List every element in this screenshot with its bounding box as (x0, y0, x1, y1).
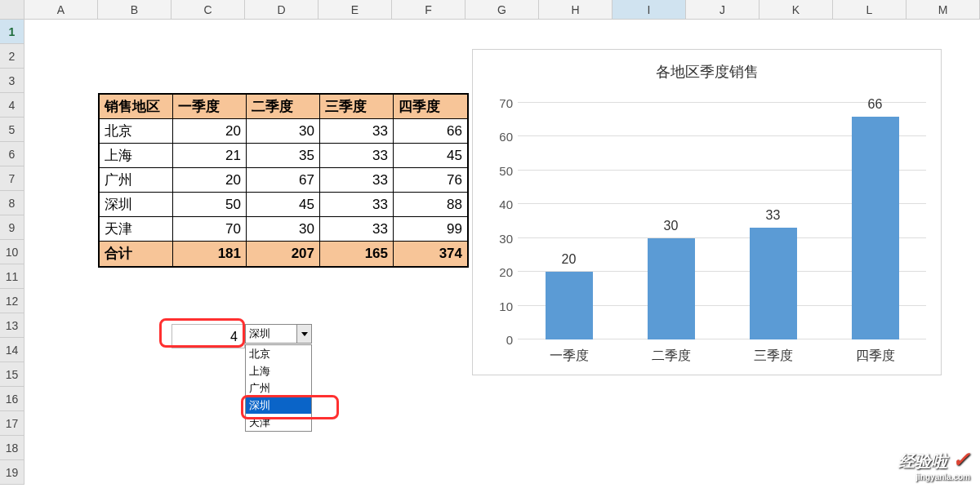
row-header[interactable]: 6 (0, 142, 24, 166)
row-header[interactable]: 1 (0, 20, 24, 44)
table-cell[interactable]: 天津 (100, 217, 173, 242)
col-header-F[interactable]: F (392, 0, 466, 19)
chart-bar[interactable]: 33 (745, 208, 802, 339)
table-cell[interactable]: 99 (394, 217, 467, 242)
table-cell[interactable]: 33 (320, 144, 394, 168)
chart-bar[interactable]: 66 (847, 97, 904, 339)
row-header[interactable]: 9 (0, 215, 24, 240)
table-cell[interactable]: 45 (394, 144, 467, 168)
row-header[interactable]: 14 (0, 338, 24, 362)
row-header[interactable]: 7 (0, 166, 24, 191)
dropdown-option[interactable]: 北京 (246, 345, 311, 362)
table-cell[interactable]: 深圳 (100, 193, 173, 217)
dropdown-option[interactable]: 广州 (246, 379, 311, 397)
header-q3[interactable]: 三季度 (320, 95, 394, 119)
row-header[interactable]: 18 (0, 436, 24, 460)
col-header-D[interactable]: D (245, 0, 318, 19)
col-header-L[interactable]: L (833, 0, 906, 19)
column-headers: A B C D E F G H I J K L M (0, 0, 980, 20)
col-header-K[interactable]: K (760, 0, 833, 19)
row-header[interactable]: 12 (0, 289, 24, 313)
header-region[interactable]: 销售地区 (100, 95, 173, 119)
select-all-corner[interactable] (0, 0, 24, 19)
table-cell[interactable]: 33 (320, 193, 394, 217)
y-axis-tick: 0 (489, 333, 518, 347)
row-header[interactable]: 16 (0, 387, 24, 411)
row-header[interactable]: 17 (0, 411, 24, 436)
table-cell[interactable]: 广州 (100, 168, 173, 193)
table-cell[interactable]: 33 (320, 217, 394, 242)
row-header[interactable]: 15 (0, 362, 24, 387)
x-axis-label: 一季度 (541, 348, 598, 365)
header-q1[interactable]: 一季度 (173, 95, 247, 119)
col-header-I[interactable]: I (612, 0, 686, 19)
col-header-A[interactable]: A (24, 0, 98, 19)
table-cell[interactable]: 88 (394, 193, 467, 217)
y-axis-tick: 30 (489, 231, 518, 245)
table-cell[interactable]: 45 (247, 193, 320, 217)
dropdown-option[interactable]: 上海 (246, 362, 311, 379)
y-axis-tick: 60 (489, 130, 518, 144)
total-cell[interactable]: 374 (394, 242, 467, 266)
table-cell[interactable]: 21 (173, 144, 247, 168)
y-axis-tick: 40 (489, 197, 518, 211)
table-cell[interactable]: 66 (394, 119, 467, 144)
table-cell[interactable]: 50 (173, 193, 247, 217)
row-header[interactable]: 10 (0, 240, 24, 264)
chart-data-label: 20 (562, 252, 577, 267)
sales-bar-chart[interactable]: 各地区季度销售 0 10 20 30 40 50 60 70 20303366 … (472, 49, 942, 375)
col-header-B[interactable]: B (98, 0, 172, 19)
table-cell[interactable]: 70 (173, 217, 247, 242)
col-header-M[interactable]: M (906, 0, 980, 19)
total-cell[interactable]: 207 (247, 242, 320, 266)
check-icon: ✓ (952, 447, 970, 472)
table-cell[interactable]: 上海 (100, 144, 173, 168)
col-header-J[interactable]: J (686, 0, 760, 19)
combobox-dropdown-button[interactable] (296, 325, 311, 343)
watermark: 经验啦 ✓ jingyanla.com (898, 447, 970, 481)
chevron-down-icon (301, 330, 309, 338)
table-cell[interactable]: 76 (394, 168, 467, 193)
y-axis-tick: 10 (489, 299, 518, 313)
total-cell[interactable]: 165 (320, 242, 394, 266)
table-cell[interactable]: 30 (247, 119, 320, 144)
row-header[interactable]: 11 (0, 264, 24, 289)
header-q4[interactable]: 四季度 (394, 95, 467, 119)
highlight-annotation (159, 318, 245, 348)
chart-data-label: 66 (868, 97, 883, 112)
row-header[interactable]: 8 (0, 191, 24, 215)
region-combobox[interactable]: 深圳 (245, 324, 312, 344)
col-header-G[interactable]: G (466, 0, 539, 19)
row-header[interactable]: 19 (0, 460, 24, 485)
table-cell[interactable]: 30 (247, 217, 320, 242)
chart-data-label: 30 (664, 219, 679, 233)
row-header[interactable]: 13 (0, 313, 24, 338)
col-header-H[interactable]: H (539, 0, 612, 19)
col-header-C[interactable]: C (172, 0, 245, 19)
x-axis-label: 二季度 (643, 348, 700, 365)
total-label[interactable]: 合计 (100, 242, 173, 266)
table-cell[interactable]: 20 (173, 168, 247, 193)
header-q2[interactable]: 二季度 (247, 95, 320, 119)
row-header[interactable]: 5 (0, 118, 24, 142)
sales-table[interactable]: 销售地区 一季度 二季度 三季度 四季度 北京 20 30 33 66 上海 2… (98, 93, 469, 268)
table-cell[interactable]: 67 (247, 168, 320, 193)
chart-title: 各地区季度销售 (473, 62, 941, 82)
table-cell[interactable]: 33 (320, 168, 394, 193)
y-axis-tick: 20 (489, 265, 518, 279)
col-header-E[interactable]: E (318, 0, 392, 19)
total-cell[interactable]: 181 (173, 242, 247, 266)
chart-bar[interactable]: 30 (643, 219, 700, 339)
chart-bar[interactable]: 20 (541, 252, 598, 339)
table-cell[interactable]: 20 (173, 119, 247, 144)
chart-plot-area: 0 10 20 30 40 50 60 70 20303366 (518, 103, 926, 339)
svg-marker-0 (301, 332, 308, 336)
row-header[interactable]: 2 (0, 44, 24, 69)
row-header[interactable]: 3 (0, 69, 24, 93)
combobox-value: 深圳 (246, 326, 296, 341)
table-cell[interactable]: 33 (320, 119, 394, 144)
table-cell[interactable]: 北京 (100, 119, 173, 144)
row-header[interactable]: 4 (0, 93, 24, 118)
y-axis-tick: 50 (489, 163, 518, 177)
table-cell[interactable]: 35 (247, 144, 320, 168)
